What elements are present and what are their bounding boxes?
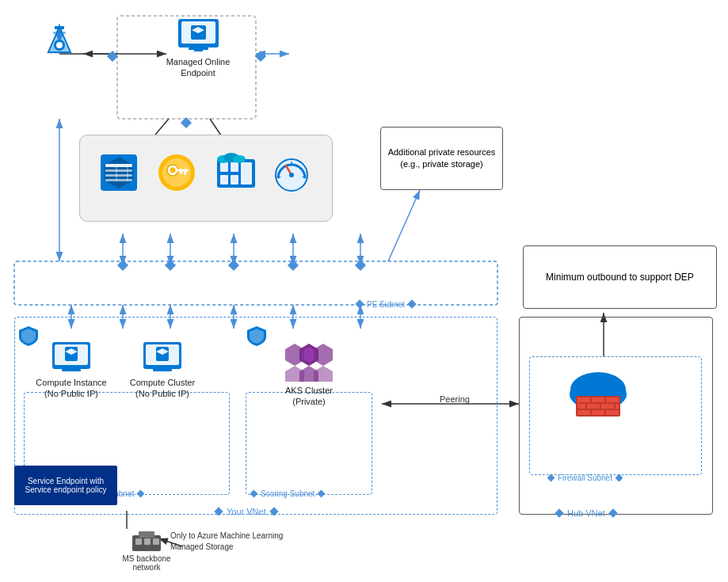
svg-marker-86 [314, 344, 333, 366]
diamond-row-1 [117, 260, 128, 273]
firewall-subnet-label: Firewall Subnet [547, 474, 623, 482]
storage-icon [212, 153, 260, 192]
storage-svg [215, 153, 257, 192]
aks-cluster-icon: AKS Cluster (Private) [269, 340, 349, 408]
svg-rect-81 [153, 369, 172, 371]
azure-ml-svg [42, 24, 78, 59]
service-endpoint-box: Service Endpoint with Service endpoint p… [14, 466, 117, 505]
svg-point-34 [56, 42, 63, 48]
azure-ml-studio-icon [95, 153, 143, 192]
connector-diamond-2 [255, 51, 266, 64]
shield-icon-2 [246, 325, 268, 349]
svg-rect-35 [53, 32, 66, 34]
svg-point-65 [233, 155, 246, 163]
svg-rect-41 [194, 47, 203, 51]
svg-rect-95 [592, 398, 604, 402]
svg-rect-56 [180, 171, 182, 174]
svg-rect-107 [153, 538, 159, 545]
compute-cluster-label: Compute Cluster (No Public IP) [123, 377, 202, 400]
svg-rect-47 [105, 179, 132, 181]
connector-diamond-1 [107, 51, 118, 64]
svg-point-68 [289, 173, 294, 177]
diamond-row-3 [228, 260, 239, 273]
svg-rect-58 [220, 162, 228, 172]
svg-rect-54 [177, 169, 189, 172]
svg-rect-44 [105, 164, 132, 167]
compute-instance-label: Compute Instance (No Public IP) [32, 377, 111, 400]
svg-rect-96 [606, 398, 619, 402]
svg-rect-62 [231, 175, 238, 184]
diamond-row-5 [355, 260, 366, 273]
your-vnet-label: Your VNet [214, 507, 279, 516]
svg-rect-98 [587, 404, 600, 409]
ms-backbone-label: MS backbone network [115, 554, 178, 572]
diagram-container: Managed Online Endpoint Workspace Defaul… [0, 0, 728, 582]
svg-rect-101 [577, 410, 590, 415]
svg-rect-108 [139, 531, 154, 538]
additional-private-resources-region: Additional private resources (e.g., priv… [380, 127, 503, 190]
managed-endpoint-svg [177, 17, 220, 53]
svg-marker-87 [285, 366, 304, 382]
firewall-icon [562, 366, 634, 421]
min-outbound-label: Minimum outbound to support DEP [546, 271, 694, 284]
scoring-subnet-label: Scoring Subnet [250, 489, 326, 498]
svg-rect-102 [592, 410, 604, 415]
svg-marker-85 [285, 344, 304, 366]
min-outbound-region: Minimum outbound to support DEP [523, 245, 717, 309]
svg-rect-60 [241, 162, 252, 184]
key-vault-icon [154, 153, 198, 192]
svg-rect-76 [62, 369, 81, 371]
ms-backbone-icon: MS backbone network [115, 529, 178, 572]
svg-rect-55 [184, 171, 186, 175]
only-to-azure-ml-label: Only to Azure Machine Learning Managed S… [170, 531, 313, 553]
svg-rect-94 [577, 398, 590, 402]
svg-rect-61 [220, 175, 228, 184]
compute-instance-icon: Compute Instance (No Public IP) [32, 340, 111, 400]
svg-rect-59 [231, 162, 238, 172]
svg-rect-99 [601, 404, 614, 409]
svg-rect-97 [577, 404, 585, 409]
svg-marker-88 [314, 366, 333, 382]
diamond-row-4 [288, 260, 299, 273]
svg-rect-100 [616, 404, 619, 409]
managed-online-endpoint-icon: Managed Online Endpoint [154, 17, 242, 79]
peering-label: Peering [440, 394, 470, 404]
app-insights-svg [272, 153, 311, 192]
svg-rect-106 [144, 538, 151, 545]
pe-subnet-label: PE Subnet [355, 299, 417, 309]
svg-rect-46 [105, 174, 132, 177]
ml-studio-svg [99, 153, 139, 192]
svg-line-14 [388, 190, 420, 261]
svg-rect-103 [606, 410, 619, 415]
azure-ml-icon-topleft [36, 24, 83, 59]
aks-cluster-label: AKS Cluster (Private) [269, 385, 349, 408]
connector-diamond-3 [181, 117, 192, 131]
service-endpoint-label: Service Endpoint with Service endpoint p… [17, 477, 114, 494]
compute-cluster-icon: Compute Cluster (No Public IP) [123, 340, 202, 400]
key-vault-svg [157, 153, 196, 192]
hub-vnet-label: Hub VNet [555, 508, 618, 518]
additional-private-resources-label: Additional private resources (e.g., priv… [386, 146, 497, 171]
svg-rect-45 [105, 169, 132, 172]
svg-rect-32 [55, 26, 64, 29]
svg-rect-105 [135, 538, 142, 545]
svg-rect-13 [14, 261, 497, 305]
diamond-row-2 [165, 260, 176, 273]
app-insights-icon [269, 153, 313, 192]
managed-online-endpoint-label: Managed Online Endpoint [154, 56, 242, 79]
svg-point-53 [170, 168, 175, 173]
